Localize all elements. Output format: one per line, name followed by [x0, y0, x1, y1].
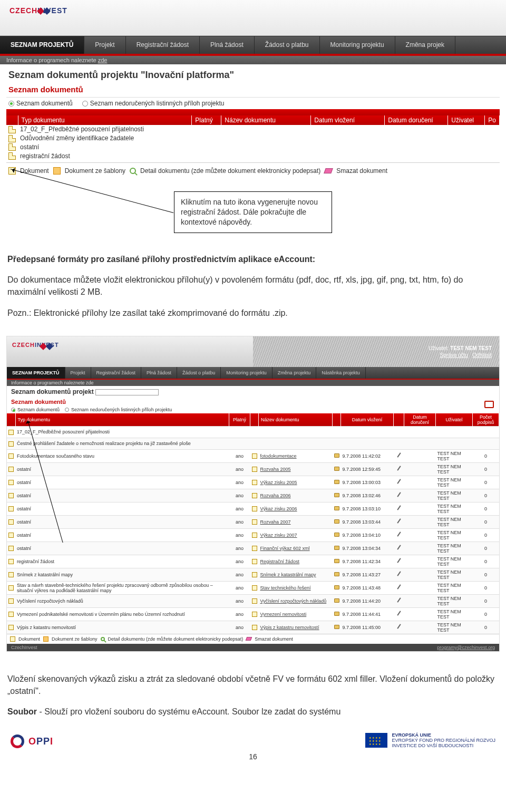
sprava-link[interactable]: Správa účtu [440, 352, 468, 358]
table-row[interactable]: ostatníanoRozvaha 20059.7.2008 12:59:45T… [7, 462, 499, 476]
eraser-icon[interactable] [324, 168, 333, 173]
pencil-icon[interactable] [395, 478, 403, 486]
zoom-icon[interactable] [130, 168, 136, 174]
menu-zmena-projektu[interactable]: Změna projektu [273, 367, 317, 379]
table-row[interactable]: ostatníanoRozvaha 20079.7.2008 13:03:44T… [7, 515, 499, 528]
th-nazev[interactable]: Název dokumentu [221, 115, 311, 125]
table-row[interactable]: Vyčíslení rozpočtových nákladůanoVyčísle… [7, 594, 499, 607]
footer-mail-link[interactable]: programy@czechinvest.org [437, 645, 495, 650]
th-platny[interactable]: Platný [192, 115, 221, 125]
template-icon[interactable] [53, 167, 61, 175]
th-doruceni[interactable]: Datum doručení [404, 413, 436, 427]
th-typ[interactable]: Typ dokumentu [15, 413, 229, 427]
folder-icon[interactable] [334, 612, 339, 616]
table-row[interactable]: Snímek z katastrální mapyanoSnímek z kat… [7, 568, 499, 581]
menu-nastenka[interactable]: Nástěnka projektu [316, 367, 366, 379]
table-row[interactable]: 17_02_F_Předběžné posouzení přijatelnost… [6, 125, 500, 134]
menu-monitoring[interactable]: Monitoring projektu [320, 36, 395, 54]
file-icon[interactable] [10, 636, 15, 642]
folder-icon[interactable] [334, 467, 339, 471]
table-row[interactable]: ostatníanoVýkaz zisku 20059.7.2008 13:00… [7, 476, 499, 489]
folder-icon[interactable] [334, 480, 339, 484]
pencil-icon[interactable] [395, 584, 403, 591]
th-uzivatel[interactable]: Uživatel [436, 413, 473, 427]
folder-icon[interactable] [334, 625, 339, 629]
cell-nazev[interactable]: Finanční výkaz 602 xml [260, 546, 310, 551]
pencil-icon[interactable] [395, 465, 403, 472]
cell-nazev[interactable]: Registrační žádost [260, 559, 300, 564]
folder-icon[interactable] [334, 546, 339, 550]
menu-registracni-zadost[interactable]: Registrační žádost [91, 367, 142, 379]
folder-icon[interactable] [334, 533, 339, 537]
menu-zadost-o-platbu[interactable]: Žádost o platbu [255, 36, 320, 54]
folder-icon[interactable] [334, 506, 339, 510]
th-podpisu[interactable]: Počet podpisů [473, 413, 499, 427]
cell-nazev[interactable]: Rozvaha 2007 [260, 519, 291, 525]
radio-seznam-dokumentu[interactable] [8, 101, 14, 107]
folder-icon[interactable] [334, 453, 339, 458]
th-vlozeni[interactable]: Datum vložení [341, 413, 394, 427]
table-row[interactable]: Stav a návrh stavebně-technického řešení… [7, 581, 499, 594]
zoom-icon[interactable] [101, 637, 105, 641]
pencil-icon[interactable] [395, 557, 403, 565]
th-po[interactable]: Po [485, 115, 500, 125]
menu-seznam-projektu[interactable]: SEZNAM PROJEKTŮ [0, 36, 84, 54]
th-doruceni[interactable]: Datum doručení [385, 115, 448, 125]
menu-projekt[interactable]: Projekt [65, 367, 91, 379]
table-row[interactable]: registrační žádostanoRegistrační žádost9… [7, 555, 499, 568]
table-row[interactable]: ostatní [6, 143, 500, 152]
table-row[interactable]: registrační žádost [6, 151, 500, 160]
pencil-icon[interactable] [395, 491, 403, 499]
action-smazat[interactable]: Smazat dokument [336, 167, 387, 175]
menu-plna-zadost[interactable]: Plná žádost [200, 36, 255, 54]
cell-nazev[interactable]: Výkaz zisku 2005 [260, 480, 297, 485]
pencil-icon[interactable] [395, 505, 403, 512]
cell-nazev[interactable]: Výpis z katastru nemovitostí [260, 625, 319, 630]
radio-seznam-dokumentu[interactable] [11, 408, 15, 412]
table-row[interactable]: 17_02_F_Předběžné posouzení přijatelnost… [7, 426, 499, 438]
eraser-icon[interactable] [246, 637, 252, 641]
folder-icon[interactable] [334, 559, 339, 563]
table-row[interactable]: ostatníanoRozvaha 20069.7.2008 13:02:46T… [7, 489, 499, 502]
menu-projekt[interactable]: Projekt [84, 36, 125, 54]
pencil-icon[interactable] [395, 531, 403, 538]
table-row[interactable]: ostatníanoFinanční výkaz 602 xml9.7.2008… [7, 542, 499, 555]
cell-nazev[interactable]: Snímek z katastrální mapy [260, 572, 316, 577]
pencil-icon[interactable] [395, 571, 403, 578]
menu-plna-zadost[interactable]: Plná žádost [141, 367, 177, 379]
pencil-icon[interactable] [395, 597, 403, 604]
folder-icon[interactable] [334, 598, 339, 603]
cell-nazev[interactable]: Výkaz zisku 2007 [260, 533, 297, 538]
radio-nedorucene[interactable] [65, 408, 69, 412]
pencil-icon[interactable] [395, 610, 403, 617]
radio-nedorucene[interactable] [82, 101, 88, 107]
table-row[interactable]: Fotodokumentace současného stavuanofotod… [7, 449, 499, 462]
pencil-icon[interactable] [395, 544, 403, 552]
table-row[interactable]: Čestné prohlášení žadatele o nemožnosti … [7, 438, 499, 449]
book-icon[interactable] [484, 401, 494, 408]
menu-zmena-projektu[interactable]: Změna projek [395, 36, 455, 54]
action-detail[interactable]: Detail dokumentu (zde můžete dokument el… [140, 167, 320, 175]
cell-nazev[interactable]: Rozvaha 2005 [260, 467, 291, 472]
action-dokument[interactable]: Dokument [20, 167, 49, 175]
action-sablona[interactable]: Dokument ze šablony [65, 167, 125, 175]
cell-nazev[interactable]: Vymezení nemovitosti [260, 612, 307, 617]
table-row[interactable]: ostatníanoVýkaz zisku 20069.7.2008 13:03… [7, 502, 499, 515]
th-nazev[interactable]: Název dokumentu [259, 413, 333, 427]
folder-icon[interactable] [334, 585, 339, 589]
th-uzivatel[interactable]: Uživatel [448, 115, 485, 125]
menu-zadost-o-platbu[interactable]: Žádost o platbu [177, 367, 221, 379]
project-name-input[interactable] [95, 389, 159, 395]
cell-nazev[interactable]: fotodokumentace [260, 453, 297, 459]
cell-nazev[interactable]: Výkaz zisku 2006 [260, 506, 297, 511]
folder-icon[interactable] [334, 572, 339, 576]
th-platny[interactable]: Platný [229, 413, 250, 427]
infobar-link[interactable]: zde [98, 57, 108, 63]
odhlasit-link[interactable]: Odhlásit [472, 352, 492, 358]
cell-nazev[interactable]: Rozvaha 2006 [260, 493, 291, 498]
cell-nazev[interactable]: Stav technického řešení [260, 585, 311, 591]
th-vlozeni[interactable]: Datum vložení [311, 115, 385, 125]
th-typ[interactable]: Typ dokumentu [18, 115, 192, 125]
template-icon[interactable] [43, 636, 48, 642]
table-row[interactable]: Odůvodnění změny identifikace žadatele [6, 134, 500, 143]
